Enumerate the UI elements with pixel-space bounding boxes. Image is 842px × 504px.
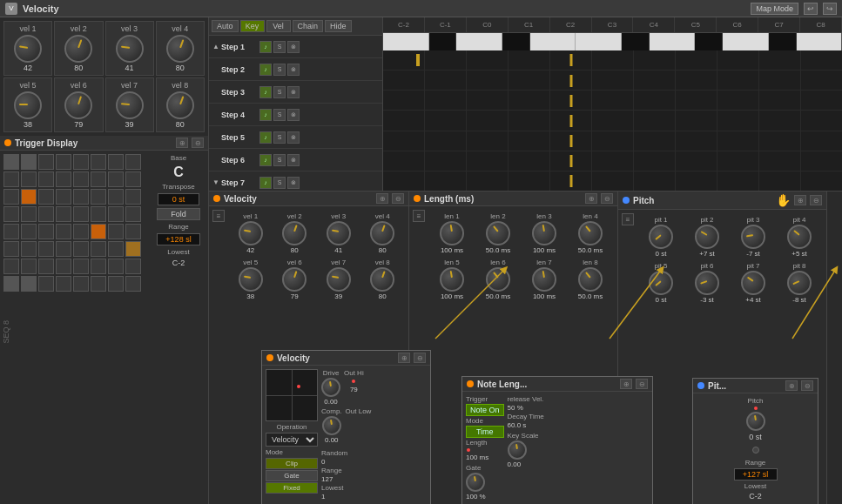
trig-btn[interactable]	[21, 189, 37, 205]
vel8-knob[interactable]	[166, 91, 194, 119]
trig-btn[interactable]	[38, 276, 54, 292]
trig-btn[interactable]	[125, 224, 141, 239]
len-k8-knob[interactable]	[578, 267, 603, 292]
step-btn3-2[interactable]: ⊗	[287, 64, 300, 76]
pitch-hand-icon[interactable]: ✋	[776, 193, 791, 207]
step-btn1-1[interactable]: ♪	[259, 41, 272, 53]
trig-btn[interactable]	[91, 154, 106, 170]
trig-btn[interactable]	[108, 171, 124, 187]
step-btn1-7[interactable]: ♪	[259, 177, 272, 189]
piano-row-7[interactable]	[383, 171, 842, 191]
len-k5-knob[interactable]	[440, 267, 464, 292]
trig-btn[interactable]	[38, 171, 54, 187]
trig-btn[interactable]	[91, 224, 106, 239]
gate-knob[interactable]	[466, 473, 485, 492]
vel-k7-knob[interactable]	[327, 267, 351, 292]
trig-btn[interactable]	[38, 259, 54, 274]
gate-btn[interactable]: Gate	[266, 470, 318, 481]
popup-len-btn2[interactable]: ⊖	[636, 379, 648, 389]
pit-k7-knob[interactable]	[741, 271, 765, 295]
mode-value-len[interactable]: Time	[466, 426, 504, 438]
trig-btn[interactable]	[91, 171, 106, 187]
trig-btn[interactable]	[91, 241, 106, 257]
trig-btn[interactable]	[73, 189, 89, 205]
step-btn1-2[interactable]: ♪	[259, 64, 272, 76]
trig-btn[interactable]	[73, 224, 89, 239]
trig-btn[interactable]	[108, 259, 124, 274]
len-k2-knob[interactable]	[486, 221, 510, 245]
trig-btn[interactable]	[125, 189, 141, 205]
vel-page-btn[interactable]: ≡	[212, 210, 225, 222]
trig-btn[interactable]	[3, 189, 19, 205]
trig-btn[interactable]	[56, 259, 71, 274]
trig-btn[interactable]	[21, 241, 37, 257]
step-btn1-3[interactable]: ♪	[259, 86, 272, 98]
pitch-popup-knob[interactable]	[746, 412, 765, 431]
trig-btn[interactable]	[108, 154, 124, 170]
pitch-mod-btn2[interactable]: ⊖	[810, 195, 822, 205]
popup-len-btn1[interactable]: ⊕	[620, 379, 632, 389]
trig-btn[interactable]	[3, 259, 19, 274]
pit-k1-knob[interactable]	[649, 225, 673, 249]
pit-k3-knob[interactable]	[741, 225, 765, 249]
vel-xy-pad[interactable]	[266, 369, 318, 421]
redo-icon[interactable]: ↪	[823, 3, 837, 15]
trig-btn[interactable]	[56, 189, 71, 205]
vel6-knob[interactable]	[64, 91, 92, 119]
step-btn2-4[interactable]: S	[273, 109, 286, 121]
trig-btn[interactable]	[3, 154, 19, 170]
trig-btn[interactable]	[73, 206, 89, 222]
piano-row-6[interactable]	[383, 151, 842, 171]
trig-btn[interactable]	[125, 154, 141, 170]
trig-btn[interactable]	[21, 276, 37, 292]
trig-btn[interactable]	[56, 241, 71, 257]
vel3-knob[interactable]	[116, 35, 144, 63]
trig-btn[interactable]	[3, 224, 19, 239]
chain-button[interactable]: Chain	[293, 20, 324, 32]
clip-btn[interactable]: Clip	[266, 458, 318, 469]
fold-button[interactable]: Fold	[157, 208, 200, 220]
trig-btn[interactable]	[125, 241, 141, 257]
undo-icon[interactable]: ↩	[804, 3, 818, 15]
trig-btn[interactable]	[91, 206, 106, 222]
operation-select[interactable]: Velocity	[266, 433, 318, 447]
piano-row-3[interactable]	[383, 91, 842, 111]
vel-k3-knob[interactable]	[327, 221, 351, 245]
trig-btn[interactable]	[38, 224, 54, 239]
len-mod-btn1[interactable]: ⊕	[585, 193, 597, 204]
piano-grid-rows[interactable]	[383, 50, 842, 191]
step-btn1-5[interactable]: ♪	[259, 131, 272, 144]
trig-btn[interactable]	[108, 206, 124, 222]
vel-k5-knob[interactable]	[239, 267, 263, 292]
step-btn3-1[interactable]: ⊗	[287, 41, 300, 53]
range-value[interactable]: +128 sl	[157, 233, 200, 245]
trig-btn[interactable]	[73, 171, 89, 187]
trig-btn[interactable]	[108, 241, 124, 257]
step-btn2-7[interactable]: S	[273, 177, 286, 189]
trigger-icon-btn1[interactable]: ⊕	[176, 138, 188, 148]
trig-btn[interactable]	[21, 224, 37, 239]
comp-knob[interactable]	[322, 416, 341, 435]
trig-btn[interactable]	[38, 241, 54, 257]
step-btn1-4[interactable]: ♪	[259, 109, 272, 121]
trig-btn[interactable]	[56, 206, 71, 222]
trig-btn[interactable]	[108, 189, 124, 205]
piano-row-4[interactable]	[383, 111, 842, 131]
step-btn2-5[interactable]: S	[273, 131, 286, 144]
piano-row-2[interactable]	[383, 71, 842, 91]
pit-k6-knob[interactable]	[695, 271, 719, 295]
trig-btn[interactable]	[3, 276, 19, 292]
popup-vel-btn1[interactable]: ⊕	[398, 353, 410, 363]
transpose-value[interactable]: 0 st	[158, 193, 199, 205]
trig-btn[interactable]	[125, 206, 141, 222]
pitch-mod-btn1[interactable]: ⊕	[794, 195, 806, 205]
vel1-knob[interactable]	[14, 35, 42, 63]
drive-knob[interactable]	[321, 378, 340, 397]
trig-btn[interactable]	[21, 171, 37, 187]
auto-button[interactable]: Auto	[212, 20, 239, 32]
trigger-value[interactable]: Note On	[466, 404, 504, 416]
step-btn2-6[interactable]: S	[273, 154, 286, 166]
pitch-range-value[interactable]: +127 sl	[734, 468, 778, 480]
vel-k4-knob[interactable]	[370, 221, 394, 245]
step-btn2-1[interactable]: S	[273, 41, 286, 53]
